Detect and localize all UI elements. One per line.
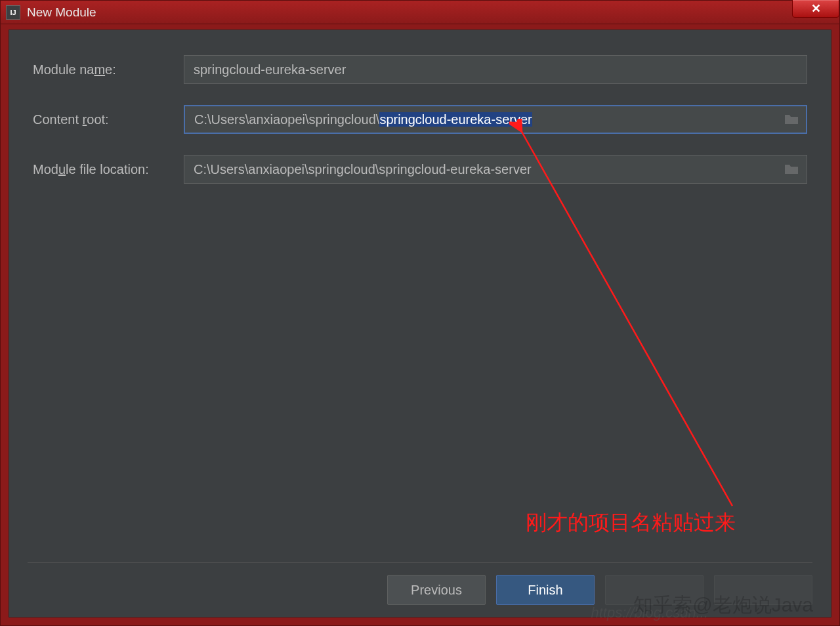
module-file-row: Module file location: (33, 155, 807, 184)
module-name-row: Module name: (33, 55, 807, 84)
module-file-label: Module file location: (33, 162, 184, 177)
module-file-input[interactable] (184, 155, 807, 184)
content-root-label: Content root: (33, 112, 184, 127)
close-button[interactable]: ✕ (792, 0, 839, 18)
module-name-field-wrap (184, 55, 807, 84)
titlebar: IJ New Module ✕ (1, 1, 839, 24)
folder-icon[interactable] (784, 163, 799, 175)
module-file-field-wrap (184, 155, 807, 184)
hidden-button-1[interactable] (605, 575, 704, 605)
annotation-text: 刚才的项目名粘贴过来 (526, 509, 736, 537)
folder-icon[interactable] (784, 114, 799, 125)
app-icon: IJ (6, 5, 20, 20)
new-module-window: IJ New Module ✕ Module name: Content roo… (0, 0, 840, 626)
finish-button[interactable]: Finish (496, 575, 595, 605)
form-area: Module name: Content root: C:\Users\anxi… (9, 30, 831, 230)
module-name-label: Module name: (33, 62, 184, 77)
window-title: New Module (27, 5, 96, 20)
hidden-button-2[interactable] (714, 575, 812, 605)
content-root-field-wrap: C:\Users\anxiaopei\springcloud\springclo… (184, 105, 807, 134)
content-root-row: Content root: C:\Users\anxiaopei\springc… (33, 105, 807, 134)
close-icon: ✕ (811, 1, 821, 16)
content-root-input[interactable] (184, 105, 807, 134)
button-bar: Previous Finish (28, 562, 812, 605)
module-name-input[interactable] (184, 55, 807, 84)
previous-button[interactable]: Previous (387, 575, 486, 605)
